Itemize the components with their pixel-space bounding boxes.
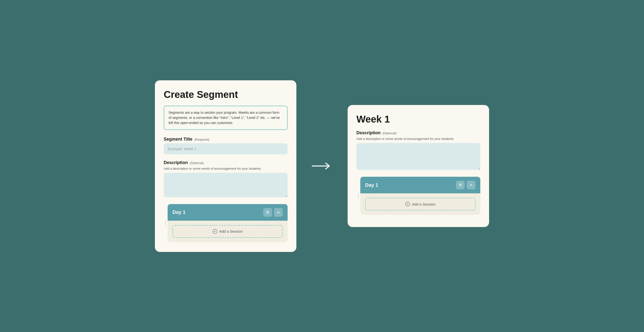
add-session-button-right[interactable]: + Add a Session: [365, 198, 476, 210]
day-body-left: + Add a Session: [168, 221, 288, 242]
trash-icon-right: [458, 183, 462, 187]
day-block-right: Day 1: [360, 177, 480, 215]
delete-day-button-right[interactable]: [456, 181, 465, 189]
delete-day-button-left[interactable]: [263, 208, 272, 217]
day-title-right: Day 1: [365, 182, 378, 188]
page-container: Create Segment Segments are a way to sec…: [151, 80, 493, 252]
description-textarea-right[interactable]: [356, 143, 480, 170]
svg-rect-6: [459, 184, 462, 185]
scroll-handle-right: [356, 177, 360, 215]
arrow-container: [311, 161, 333, 171]
description-label-right: Description (Optional): [356, 130, 480, 136]
day-header-right: Day 1: [360, 177, 480, 193]
create-segment-title: Create Segment: [164, 89, 288, 100]
svg-rect-1: [266, 211, 269, 212]
segment-title-input[interactable]: [164, 143, 288, 154]
description-label-left: Description (Optional): [164, 160, 288, 165]
chevron-up-icon-right: [469, 183, 473, 187]
arrow-icon: [311, 161, 333, 171]
info-box: Segments are a way to section your progr…: [164, 106, 288, 130]
collapse-day-button-right[interactable]: [467, 181, 476, 189]
day-header-left: Day 1: [168, 204, 288, 221]
day-outer-left: Day 1: [164, 204, 288, 242]
description-sublabel-right: Add a description or some words of encou…: [356, 137, 480, 141]
day-title-left: Day 1: [172, 209, 186, 215]
day-actions-right: [456, 181, 476, 189]
plus-circle-icon-left: +: [212, 229, 217, 234]
create-segment-card: Create Segment Segments are a way to sec…: [155, 80, 296, 252]
segment-title-group: Segment Title (Required): [164, 137, 288, 154]
day-body-right: + Add a Session: [360, 193, 480, 215]
description-textarea-left[interactable]: [164, 173, 288, 197]
day-outer-right: Day 1: [356, 177, 480, 215]
week1-card: Week 1 Description (Optional) Add a desc…: [348, 105, 489, 227]
week1-title: Week 1: [356, 114, 480, 125]
svg-rect-0: [267, 211, 268, 211]
day-block-left: Day 1: [168, 204, 288, 242]
day-actions-left: [263, 208, 283, 217]
description-group-right: Description (Optional) Add a description…: [356, 130, 480, 171]
svg-rect-5: [460, 184, 461, 184]
segment-title-label: Segment Title (Required): [164, 137, 288, 142]
add-session-button-left[interactable]: + Add a Session: [172, 225, 283, 238]
scroll-handle-left: [164, 204, 168, 242]
plus-circle-icon-right: +: [405, 202, 410, 206]
description-group-left: Description (Optional) Add a description…: [164, 160, 288, 198]
description-sublabel-left: Add a description or some words of encou…: [164, 167, 288, 170]
chevron-up-icon: [276, 210, 280, 214]
trash-icon: [266, 210, 270, 214]
info-box-text: Segments are a way to section your progr…: [168, 110, 283, 126]
collapse-day-button-left[interactable]: [274, 208, 283, 217]
